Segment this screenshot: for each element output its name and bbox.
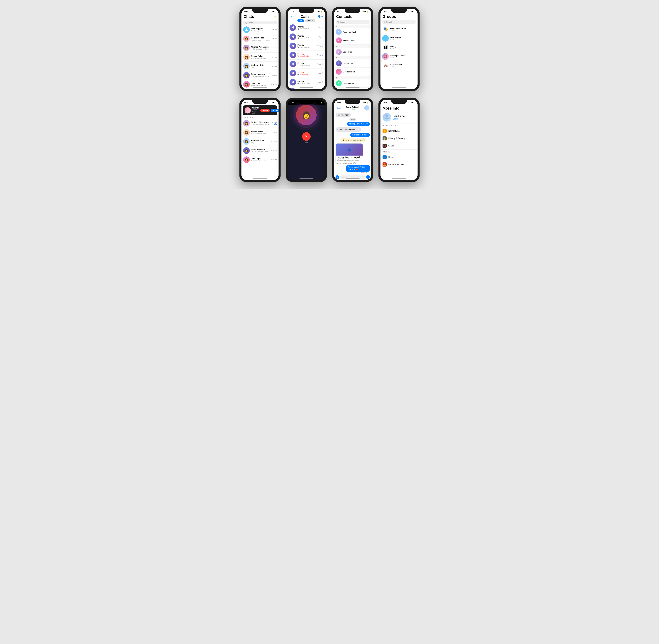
accept-button[interactable]: Accept [271, 109, 279, 112]
chevron-right-icon: › [415, 144, 416, 147]
call-info: Medrith 📞 Missed Audio [298, 53, 315, 57]
list-item[interactable]: ⭕ Developer Circle Public [380, 52, 418, 61]
list-item[interactable]: 🎭 Valley View Group Public [380, 25, 418, 34]
decline-button[interactable]: Decline [260, 109, 270, 112]
list-item[interactable]: M Medrith 📞 Incoming Audio Today ⓘ [288, 60, 325, 69]
info-icon[interactable]: ⓘ [322, 63, 323, 65]
tab-missed[interactable]: Missed [305, 19, 315, 22]
chats-item[interactable]: ⭕ Chats › [380, 142, 418, 150]
edit-button[interactable]: Edit [289, 16, 292, 18]
list-item[interactable]: Tech Support Joe Lane joined JAN 01 [241, 25, 279, 34]
search-bar[interactable]: 🔍 Search [243, 21, 277, 24]
section-header: C [334, 56, 371, 59]
list-item[interactable]: M Medrith 📞 Incoming Audio Today ⓘ [288, 87, 325, 89]
chat-meta: ✓ JAN 01 [271, 141, 277, 142]
list-item[interactable]: 👩 Debra Harrison How do you know John? ✓… [241, 71, 279, 80]
help-item[interactable]: ❓ Help › [380, 154, 418, 161]
call-info: Medrith 📹 Missed Video [298, 71, 315, 75]
group-type: Public [390, 39, 402, 40]
compose-icon[interactable]: ✏️ [274, 16, 277, 18]
list-item[interactable]: 👩 Regina Palmer That sounds like fun. JA… [241, 128, 279, 137]
calls-tabs: All Missed [288, 19, 325, 23]
screen-title: More Info [382, 106, 416, 111]
call-name: Medrith [298, 35, 315, 37]
list-item[interactable]: 👩 Melinda Williamson Is this because we … [241, 43, 279, 52]
notifications-item[interactable]: 🔔 Notifications › [380, 128, 418, 135]
chat-name: Tech Support [251, 28, 271, 30]
list-item[interactable]: D Darrell Wells [334, 79, 371, 88]
call-time: Today [317, 36, 321, 38]
status-icons: 🔋 [321, 102, 322, 104]
list-item[interactable]: C Charlie Ward [334, 59, 371, 68]
chat-meta: JAN 01 [272, 132, 277, 133]
list-item[interactable]: 👩 Jane Lopez Awesome I'll see your soon!… [241, 155, 279, 164]
send-button[interactable]: ↑ [366, 175, 370, 179]
chat-time: JAN 01 [272, 132, 277, 133]
list-item[interactable]: B Bim Reyes [334, 48, 371, 56]
deleted-message: ⚠️ You deleted this Message! [340, 138, 365, 142]
info-icon[interactable]: ⓘ [322, 54, 323, 56]
call-time: Today [317, 45, 321, 47]
avatar: 🏘️ [382, 62, 389, 69]
call-name: Medrith [298, 80, 315, 83]
chat-time: ✓ 03:50 PM [269, 159, 277, 161]
chat-preview: Joe Lane joined [251, 30, 271, 32]
list-item[interactable]: 👩 Andrews Kitty Hey! ✓ JAN 01 [241, 62, 279, 71]
info-icon[interactable]: ⓘ [322, 81, 323, 84]
groups-screen: 3:56 ▲ ● ▮▮▮ 🔋 Groups 🔍 Search 🎭 Valley … [380, 9, 418, 89]
more-info-screen: 3:59 ▲ ● ▮▮▮ 🔋 More Info Joe Lane Online… [380, 100, 418, 180]
status-time: 3:57 [337, 11, 340, 13]
attach-button[interactable]: + [335, 175, 339, 179]
chats-screen: 4:28 ▲ ● ▮▮▮ 🔋 Chats ✏️ 🔍 Search Tech Su… [241, 9, 279, 89]
contact-info: Aaron Caldwell Online [341, 106, 364, 110]
search-icon: 🔍 [383, 21, 385, 23]
info-icon[interactable]: ⓘ [322, 36, 323, 38]
search-bar[interactable]: 🔍 Search [382, 20, 416, 24]
group-type: Public [390, 66, 402, 67]
notifications-icon: 🔔 [382, 129, 387, 133]
list-item[interactable]: 👩 Regina Palmer That sounds like fun. JA… [241, 52, 279, 62]
product-message[interactable]: 👗 FunkyTradition Trendy Short Sl... Buy … [335, 143, 363, 164]
chat-preview: That sounds like fun. [251, 133, 271, 134]
list-item[interactable]: A Andrews Kitty [334, 36, 371, 45]
list-item[interactable]: 👩 Debra Harrison How do you know John? ✓… [241, 146, 279, 155]
back-button[interactable]: ‹ Back [336, 107, 341, 109]
list-item[interactable]: Tech Support Public [380, 34, 418, 43]
avatar: C [336, 69, 342, 75]
privacy-security-item[interactable]: 🤚 Privacy & Security › [380, 135, 418, 142]
list-item[interactable]: 👩 Courtney Ford Haven't heard from you i… [241, 34, 279, 43]
tab-all[interactable]: All [298, 19, 304, 22]
group-type: Public [390, 29, 406, 31]
list-item[interactable]: 👩 Andrews Kitty Hey! ✓ JAN 01 [241, 137, 279, 146]
search-placeholder: Search [386, 21, 392, 23]
chat-meta: ✓ JAN 01 [271, 74, 277, 76]
search-bar[interactable]: 🔍 Search [336, 20, 370, 24]
list-item[interactable]: M Medrith 📞 Missed Audio Today ⓘ [288, 50, 325, 60]
call-meta: Today ⓘ [317, 27, 323, 29]
list-item[interactable]: M Medrith 📹 Incoming Video Today ⓘ [288, 78, 325, 87]
list-item[interactable]: M Medrith 📹 Incoming Video Today ⓘ [288, 23, 325, 32]
avatar: 👩 [243, 72, 250, 78]
call-subtitle: Incoming Audio Call [252, 109, 259, 114]
add-call-icon[interactable]: 👤+ [317, 15, 323, 19]
call-name: Medrith [298, 71, 315, 73]
phone-calls: 4:23 ▲ ● ▮▮▮ 🔋 Edit Calls 👤+ All Missed … [286, 7, 327, 91]
chat-name: Andrews Kitty [251, 64, 269, 66]
info-icon[interactable]: ⓘ [322, 27, 323, 29]
list-item[interactable]: C Courtney Ford [334, 68, 371, 76]
list-item[interactable]: 👨‍👩‍👧 Family Public [380, 43, 418, 52]
info-icon[interactable]: ⓘ [322, 45, 323, 47]
help-icon: ❓ [382, 155, 387, 159]
end-call-button[interactable]: ✕ [302, 132, 311, 141]
list-item[interactable]: 🏘️ BakersValley Public [380, 61, 418, 70]
info-icon[interactable]: ⓘ [322, 72, 323, 74]
list-item[interactable]: M Medrith 📹 Incoming Video Today ⓘ [288, 32, 325, 41]
list-item[interactable]: A Aaron Caldwell [334, 28, 371, 36]
list-item[interactable]: M Medrith 📹 Missed Video Today ⓘ [288, 69, 325, 78]
report-problem-item[interactable]: ⚠️ Report a Problem › [380, 161, 418, 168]
list-item[interactable]: 👩 Melinda Williamson Is this because we … [241, 119, 279, 128]
chevron-right-icon: › [415, 130, 416, 132]
product-image: 👗 [336, 143, 363, 156]
preferences-section-label: PREFERENCES [380, 123, 418, 128]
list-item[interactable]: M Medrith 📞 Incoming Audio Today ⓘ [288, 41, 325, 50]
